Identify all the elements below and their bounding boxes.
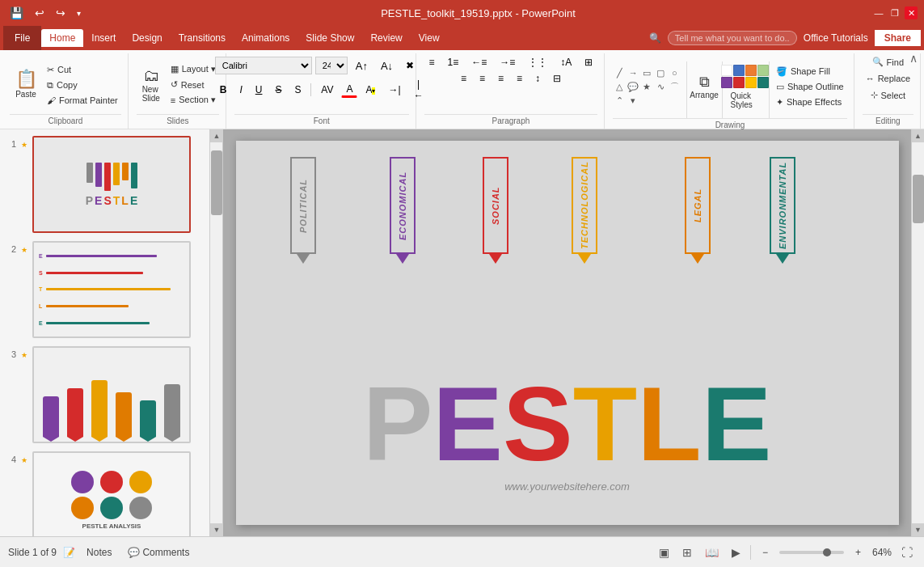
quick-styles-button[interactable]: Quick Styles xyxy=(725,61,766,112)
bold-button[interactable]: B xyxy=(215,83,232,97)
view-tab[interactable]: View xyxy=(411,29,448,47)
slide-sorter-button[interactable]: ⊞ xyxy=(679,544,695,561)
text-direction-button[interactable]: ↕A xyxy=(555,55,576,70)
increase-font-button[interactable]: A↑ xyxy=(351,58,373,74)
slide-thumbnail-4[interactable]: PESTLE ANALYSIS xyxy=(32,451,191,536)
slide-thumbnail-2[interactable]: E S T L E xyxy=(32,241,191,338)
callout-shape[interactable]: 💬 xyxy=(627,80,639,93)
file-menu[interactable]: File xyxy=(3,26,41,50)
align-center-button[interactable]: ≡ xyxy=(475,71,490,86)
fit-to-window-button[interactable]: ⛶ xyxy=(898,544,916,561)
italic-button[interactable]: I xyxy=(234,83,247,97)
increase-indent-button[interactable]: →| xyxy=(383,83,405,97)
columns-button[interactable]: ⊟ xyxy=(548,71,566,86)
notes-button[interactable]: Notes xyxy=(82,545,116,560)
add-column-button[interactable]: ⋮⋮ xyxy=(523,55,552,70)
curve-shape[interactable]: ∿ xyxy=(654,80,667,93)
share-button[interactable]: Share xyxy=(875,30,921,46)
align-left-button[interactable]: ≡ xyxy=(456,71,471,86)
decrease-font-button[interactable]: A↓ xyxy=(376,58,398,74)
home-tab[interactable]: Home xyxy=(41,29,83,47)
slide-thumb-2[interactable]: 2 ★ E S T L E xyxy=(5,241,205,338)
clear-format-button[interactable]: ✖ xyxy=(401,58,419,73)
bubble-economical-tail xyxy=(396,254,409,264)
paste-button[interactable]: 📋 Paste xyxy=(10,67,42,102)
canvas-scroll-up[interactable]: ▲ xyxy=(912,129,925,142)
slide-show-button[interactable]: ▶ xyxy=(728,544,744,561)
reset-button[interactable]: ↺ Reset xyxy=(167,78,219,91)
numbered-list-button[interactable]: 1≡ xyxy=(443,55,464,70)
decrease-list-button[interactable]: ←≡ xyxy=(466,55,492,70)
section-button[interactable]: ≡ POLITICAL Section ▾ xyxy=(167,93,219,107)
shape-fill-button[interactable]: 🪣 Shape Fill xyxy=(773,65,847,78)
customize-quick-access-icon[interactable]: ▾ xyxy=(74,7,84,19)
comments-button[interactable]: 💬 Comments xyxy=(123,545,194,560)
scroll-down-btn[interactable]: ▼ xyxy=(210,523,223,536)
slide-thumbnail-3[interactable] xyxy=(32,346,191,443)
font-size-select[interactable]: 24 xyxy=(315,57,348,74)
arrow-shape[interactable]: → xyxy=(627,66,639,79)
transitions-tab[interactable]: Transitions xyxy=(171,29,234,47)
increase-list-button[interactable]: →≡ xyxy=(495,55,520,70)
review-tab[interactable]: Review xyxy=(362,29,410,47)
ribbon-expand-button[interactable]: ∧ xyxy=(909,52,918,65)
shadow-button[interactable]: S xyxy=(289,83,306,97)
save-icon[interactable]: 💾 xyxy=(6,5,27,21)
slide-info: Slide 1 of 9 xyxy=(8,547,57,558)
zoom-out-button[interactable]: − xyxy=(757,545,773,560)
arrange-button[interactable]: ⧉ Arrange xyxy=(690,71,719,103)
slide-canvas[interactable]: POLITICAL ECONOMICAL SOCIAL TECHNOLOGICA… xyxy=(236,141,899,525)
select-button[interactable]: ⊹ Select xyxy=(867,88,909,102)
shape-effects-button[interactable]: ✦ Shape Effects xyxy=(773,95,847,109)
scroll-up-btn[interactable]: ▲ xyxy=(210,129,223,142)
convert-to-smartart-button[interactable]: ⊞ xyxy=(580,55,597,70)
replace-button[interactable]: ↔ Replace xyxy=(863,72,913,85)
triangle-shape[interactable]: △ xyxy=(613,80,626,93)
rect-shape[interactable]: ▭ xyxy=(640,66,653,79)
bullet-list-button[interactable]: ≡ xyxy=(424,55,440,70)
design-tab[interactable]: Design xyxy=(124,29,170,47)
star-shape[interactable]: ★ xyxy=(640,80,653,93)
text-highlight-button[interactable]: A▾ xyxy=(361,83,380,97)
align-right-button[interactable]: ≡ xyxy=(493,71,508,86)
line-shape[interactable]: ╱ xyxy=(613,66,626,79)
more-shapes[interactable]: ▾ xyxy=(627,94,639,107)
strikethrough-button[interactable]: S xyxy=(270,83,286,97)
font-name-select[interactable]: Calibri xyxy=(215,57,312,74)
slide-show-tab[interactable]: Slide Show xyxy=(297,29,362,47)
close-button[interactable]: ✕ xyxy=(905,6,918,19)
minimize-button[interactable]: — xyxy=(872,6,885,19)
zoom-slider[interactable] xyxy=(779,551,844,554)
new-slide-button[interactable]: 🗂 NewSlide xyxy=(137,64,166,106)
insert-tab[interactable]: Insert xyxy=(83,29,124,47)
cut-button[interactable]: ✂ Cut xyxy=(44,63,121,77)
slide-thumb-1[interactable]: 1 ★ P E xyxy=(5,136,205,233)
redo-icon[interactable]: ↪ xyxy=(53,5,69,21)
underline-button[interactable]: U xyxy=(251,83,268,97)
freeform-shape[interactable]: ⌃ xyxy=(613,94,626,107)
format-painter-button[interactable]: 🖌 Format Painter xyxy=(44,94,121,107)
connector-shape[interactable]: ⌒ xyxy=(668,80,681,93)
shape-outline-button[interactable]: ▭ Shape Outline xyxy=(773,80,847,94)
rounded-rect-shape[interactable]: ▢ xyxy=(654,66,667,79)
line-spacing-button[interactable]: ↕ xyxy=(530,71,545,86)
office-tutorials-link[interactable]: Office Tutorials xyxy=(804,32,868,44)
slide-thumbnail-1[interactable]: P E S T L E xyxy=(32,136,191,233)
zoom-in-button[interactable]: + xyxy=(850,545,866,560)
normal-view-button[interactable]: ▣ xyxy=(656,544,673,561)
slide-thumb-4[interactable]: 4 ★ PESTLE ANALYSIS xyxy=(5,451,205,536)
find-button[interactable]: 🔍 Find xyxy=(869,55,907,69)
justify-button[interactable]: ≡ xyxy=(512,71,527,86)
font-color-button[interactable]: A xyxy=(341,82,357,98)
restore-button[interactable]: ❐ xyxy=(888,6,901,19)
oval-shape[interactable]: ○ xyxy=(668,66,681,79)
reading-view-button[interactable]: 📖 xyxy=(702,544,722,561)
animations-tab[interactable]: Animations xyxy=(234,29,297,47)
undo-icon[interactable]: ↩ xyxy=(32,5,48,21)
slide-thumb-3[interactable]: 3 ★ xyxy=(5,346,205,443)
tell-me-search[interactable] xyxy=(668,31,797,45)
char-spacing-button[interactable]: AV xyxy=(316,83,338,97)
layout-button[interactable]: ▦ Layout ▾ xyxy=(167,62,219,76)
copy-button[interactable]: ⧉ Copy xyxy=(44,78,121,92)
canvas-scroll-down[interactable]: ▼ xyxy=(912,523,925,536)
